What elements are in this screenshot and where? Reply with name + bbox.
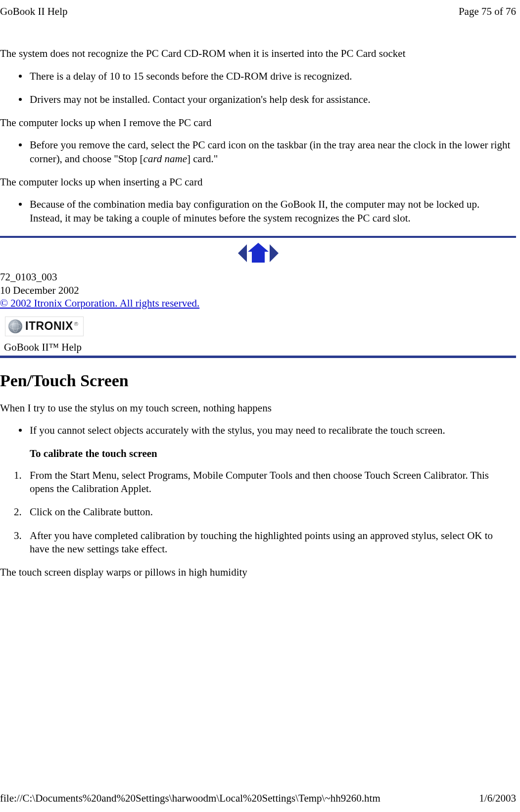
bullet-text-italic: card name bbox=[143, 153, 187, 165]
ordered-item: From the Start Menu, select Programs, Mo… bbox=[0, 469, 512, 496]
section-heading: Pen/Touch Screen bbox=[0, 370, 516, 392]
sub-heading-bold: To calibrate the touch screen bbox=[0, 447, 516, 460]
globe-icon bbox=[8, 319, 22, 333]
footer-left: file://C:\Documents%20and%20Settings\har… bbox=[0, 792, 380, 805]
header-right: Page 75 of 76 bbox=[459, 5, 516, 18]
logo-text: ITRONIX bbox=[25, 319, 73, 332]
paragraph: The system does not recognize the PC Car… bbox=[0, 47, 516, 60]
paragraph: The touch screen display warps or pillow… bbox=[0, 566, 516, 579]
bullet-item: Drivers may not be installed. Contact yo… bbox=[0, 93, 512, 106]
ordered-item: Click on the Calibrate button. bbox=[0, 505, 512, 519]
section-divider bbox=[0, 236, 516, 238]
copyright-link[interactable]: © 2002 Itronix Corporation. All rights r… bbox=[0, 297, 199, 309]
nav-row bbox=[0, 243, 516, 266]
bullet-item: There is a delay of 10 to 15 seconds bef… bbox=[0, 70, 512, 83]
paragraph: The computer locks up when inserting a P… bbox=[0, 176, 516, 189]
doc-id: 72_0103_003 bbox=[0, 271, 516, 283]
bullet-item: Because of the combination media bay con… bbox=[0, 198, 512, 225]
logo-registered: ® bbox=[74, 321, 78, 327]
nav-next-icon[interactable] bbox=[270, 244, 279, 262]
logo-box: ITRONIX® bbox=[5, 316, 516, 337]
ordered-item: After you have completed calibration by … bbox=[0, 529, 512, 556]
paragraph: The computer locks up when I remove the … bbox=[0, 116, 516, 130]
header-left: GoBook II Help bbox=[0, 5, 67, 18]
thick-divider bbox=[0, 356, 516, 358]
paragraph: When I try to use the stylus on my touch… bbox=[0, 402, 516, 415]
bullet-text-b: ] card." bbox=[187, 153, 218, 165]
doc-date: 10 December 2002 bbox=[0, 284, 516, 297]
bullet-item: Before you remove the card, select the P… bbox=[0, 138, 512, 166]
nav-home-icon[interactable] bbox=[248, 243, 269, 264]
footer-right: 1/6/2003 bbox=[479, 792, 516, 805]
help-title: GoBook II™ Help bbox=[4, 341, 516, 354]
bullet-item: If you cannot select objects accurately … bbox=[0, 424, 512, 437]
bullet-text-a: Before you remove the card, select the P… bbox=[30, 139, 510, 164]
nav-prev-icon[interactable] bbox=[238, 244, 247, 262]
